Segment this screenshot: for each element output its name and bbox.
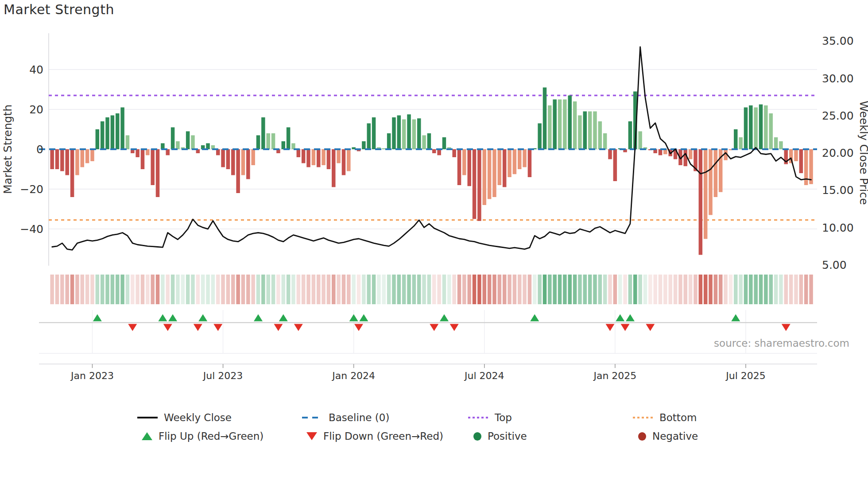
flip-up-marker (616, 314, 624, 321)
strength-bar (739, 137, 743, 149)
strength-bar (427, 133, 431, 149)
heatmap-stripe (442, 275, 446, 304)
right-tick-label: 35.00 (822, 35, 854, 47)
x-tick-label: Jan 2024 (331, 370, 375, 381)
heatmap-stripe (392, 275, 396, 304)
legend-label: Positive (488, 430, 527, 442)
heatmap-stripe (377, 275, 381, 304)
heatmap-stripe (412, 275, 416, 304)
heatmap-stripe (759, 275, 763, 304)
strength-bar (50, 149, 54, 169)
right-tick-label: 20.00 (822, 147, 854, 159)
strength-bar (553, 100, 557, 150)
heatmap-stripe (598, 275, 602, 304)
flip-down-marker (194, 324, 202, 331)
strength-bar (422, 136, 426, 150)
strength-bar (282, 141, 286, 149)
heatmap-stripe (508, 275, 512, 304)
legend-row-1: Weekly Close Baseline (0) Top Bottom (137, 408, 766, 427)
heatmap-stripe (774, 275, 778, 304)
strength-bar (302, 149, 306, 163)
strength-bar (583, 112, 587, 150)
heatmap-stripe (120, 275, 124, 304)
strength-bar (467, 149, 471, 186)
heatmap-stripe (327, 275, 331, 304)
heatmap-stripe (236, 275, 240, 304)
heatmap-stripe (699, 275, 703, 304)
heatmap-stripe (276, 275, 280, 304)
strength-bar (412, 120, 416, 150)
x-tick-label: Jan 2023 (70, 370, 114, 381)
strength-bar (568, 96, 572, 150)
heatmap-stripe (694, 275, 698, 304)
legend-label: Flip Down (Green→Red) (323, 430, 443, 442)
heatmap-stripe (211, 275, 215, 304)
heatmap-stripe (246, 275, 250, 304)
strength-bar (90, 149, 94, 161)
flip-down-marker (213, 324, 222, 331)
legend-item-flip-down: Flip Down (Green→Red) (302, 430, 468, 442)
heatmap-stripe (633, 275, 637, 304)
heatmap-stripe (663, 275, 667, 304)
left-tick-label: 20 (29, 103, 43, 116)
left-tick-label: −40 (20, 223, 43, 236)
strength-bar (508, 149, 512, 177)
strength-bar (714, 149, 718, 197)
legend-label: Negative (652, 430, 698, 442)
heatmap-stripe (161, 275, 165, 304)
strength-bar (60, 149, 64, 171)
strength-bar (231, 149, 235, 175)
heatmap-stripe (332, 275, 336, 304)
flip-up-marker (168, 314, 177, 321)
heatmap-stripe (709, 275, 713, 304)
heatmap-stripe (518, 275, 522, 304)
strength-bar (392, 117, 396, 149)
strength-bar (171, 128, 175, 150)
strength-bar (226, 149, 230, 169)
strength-bar (769, 113, 773, 149)
strength-bar (387, 133, 391, 149)
strength-bar (75, 149, 79, 175)
strength-bar (362, 141, 366, 149)
strength-bar (548, 105, 552, 149)
heatmap-stripe (588, 275, 592, 304)
left-tick-label: 0 (36, 143, 43, 156)
flip-down-marker (163, 324, 172, 331)
heatmap-stripe (492, 275, 496, 304)
strength-bar (191, 136, 195, 150)
strength-bar (136, 149, 140, 157)
heatmap-stripe (739, 275, 743, 304)
flip-down-marker (782, 324, 790, 331)
heatmap-stripe (578, 275, 582, 304)
strength-bar (709, 149, 713, 215)
heatmap-stripe (804, 275, 808, 304)
baseline-dash-swatch (302, 417, 322, 418)
strength-bar (462, 149, 466, 175)
heatmap-stripe (457, 275, 461, 304)
strength-bar (437, 149, 441, 155)
strength-bar (503, 149, 507, 187)
heatmap-stripe (141, 275, 145, 304)
strength-bar (513, 149, 517, 174)
strength-bar (236, 149, 240, 193)
heatmap-stripe (306, 275, 310, 304)
heatmap-stripe (337, 275, 341, 304)
heatmap-stripe (724, 275, 728, 304)
heatmap-stripe (483, 275, 487, 304)
heatmap-stripe (266, 275, 270, 304)
heatmap-stripe (467, 275, 471, 304)
heatmap-stripe (382, 275, 386, 304)
strength-bar (764, 105, 768, 149)
flip-up-marker (254, 314, 263, 321)
strength-bar (809, 149, 813, 184)
right-tick-label: 10.00 (822, 221, 854, 234)
strength-bar (85, 149, 89, 163)
heatmap-stripe (181, 275, 185, 304)
heatmap-stripe (85, 275, 89, 304)
right-axis-title: Weekly Close Price (857, 101, 868, 205)
right-tick-label: 30.00 (822, 72, 854, 85)
strength-bar (794, 149, 798, 161)
strength-bar (759, 105, 763, 149)
heatmap-stripe (55, 275, 59, 304)
heatmap-stripe (357, 275, 361, 304)
